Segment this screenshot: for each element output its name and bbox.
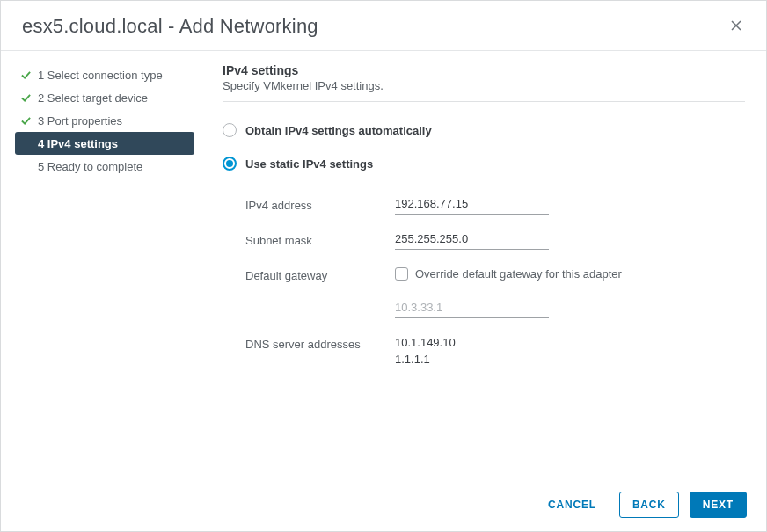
row-subnet-mask: Subnet mask [245,230,745,250]
step-connection-type[interactable]: 1 Select connection type [15,63,194,86]
row-ipv4-address: IPv4 address [245,195,745,215]
label-dns-servers: DNS server addresses [245,334,395,351]
radio-label: Use static IPv4 settings [245,157,373,171]
step-target-device[interactable]: 2 Select target device [15,86,194,109]
dialog-body: 1 Select connection type 2 Select target… [1,51,766,477]
step-ipv4-settings[interactable]: 4 IPv4 settings [15,132,194,155]
dialog-footer: CANCEL BACK NEXT [1,477,766,531]
dialog-header: esx5.cloud.local - Add Networking [1,1,766,51]
back-button[interactable]: BACK [619,492,679,518]
step-ready-complete[interactable]: 5 Ready to complete [15,155,194,178]
override-label: Override default gateway for this adapte… [415,266,622,283]
step-label: 5 Ready to complete [38,160,142,173]
close-icon [731,18,741,34]
label-subnet-mask: Subnet mask [245,230,395,247]
input-ipv4-address[interactable] [395,195,549,215]
radio-label: Obtain IPv4 settings automatically [245,124,432,137]
step-port-properties[interactable]: 3 Port properties [15,109,194,132]
section-description: Specify VMkernel IPv4 settings. [223,79,745,102]
section-title: IPv4 settings [223,63,745,77]
input-default-gateway [395,299,549,318]
add-networking-dialog: esx5.cloud.local - Add Networking 1 Sele… [0,0,767,532]
dns-value-1: 10.1.149.10 [395,334,456,352]
dns-value-2: 1.1.1.1 [395,351,456,368]
radio-icon [223,123,237,137]
dialog-title: esx5.cloud.local - Add Networking [22,15,318,38]
label-default-gateway: Default gateway [245,266,395,282]
input-subnet-mask[interactable] [395,230,549,250]
cancel-button[interactable]: CANCEL [536,492,609,518]
next-button[interactable]: NEXT [690,492,747,518]
checkmark-icon [18,113,33,128]
checkmark-icon [18,91,33,105]
radio-icon [223,157,237,171]
step-label: 2 Select target device [38,91,148,105]
row-dns-servers: DNS server addresses 10.1.149.10 1.1.1.1 [245,334,745,368]
checkbox-icon [395,267,408,281]
step-label: 1 Select connection type [38,69,163,82]
main-panel: IPv4 settings Specify VMkernel IPv4 sett… [201,51,766,477]
static-settings-form: IPv4 address Subnet mask Default gateway… [223,190,745,368]
override-gateway-control[interactable]: Override default gateway for this adapte… [395,266,622,283]
step-label: 4 IPv4 settings [38,137,118,150]
radio-obtain-auto[interactable]: Obtain IPv4 settings automatically [223,123,745,137]
radio-static[interactable]: Use static IPv4 settings [223,157,745,171]
checkmark-icon [18,68,33,82]
wizard-sidebar: 1 Select connection type 2 Select target… [1,51,201,477]
label-ipv4-address: IPv4 address [245,195,395,212]
step-label: 3 Port properties [38,114,122,128]
row-default-gateway: Default gateway Override default gateway… [245,266,745,318]
close-button[interactable] [727,18,745,35]
